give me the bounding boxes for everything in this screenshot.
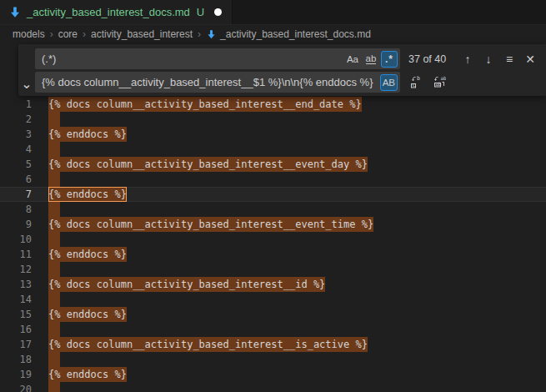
line-number: 7	[0, 187, 32, 202]
find-match-highlight	[48, 262, 60, 277]
editor-line[interactable]: 1{% docs column__activity_based_interest…	[0, 97, 546, 112]
breadcrumb-separator-icon: ›	[198, 28, 201, 40]
selection-icon: ≡	[506, 53, 513, 66]
line-number: 14	[0, 292, 32, 307]
find-input-box: Aa ab .*	[35, 48, 400, 69]
code-line-content	[32, 382, 60, 392]
code-line-content: {% enddocs %}	[32, 367, 127, 382]
breadcrumb-item-core[interactable]: core	[58, 28, 78, 40]
markdown-icon	[8, 6, 22, 19]
toggle-replace-button[interactable]: ⌄	[18, 44, 35, 96]
find-options: Aa ab .*	[344, 51, 398, 68]
editor-line[interactable]: 18	[0, 352, 546, 367]
code-line-content	[32, 142, 60, 157]
line-number: 18	[0, 352, 32, 367]
replace-button[interactable]: b c	[408, 74, 424, 91]
line-number: 13	[0, 277, 32, 292]
editor-line[interactable]: 17{% docs column__activity_based_interes…	[0, 337, 546, 352]
find-match-highlight: {% enddocs %}	[48, 127, 127, 142]
code-line-content: {% enddocs %}	[32, 187, 127, 202]
code-line-content	[32, 262, 60, 277]
editor-line[interactable]: 20	[0, 382, 546, 392]
svg-text:b: b	[417, 76, 420, 82]
tab-filename: _activity_based_interest_docs.md	[27, 6, 190, 18]
find-match-highlight: {% enddocs %}	[48, 247, 127, 262]
regex-toggle[interactable]: .*	[381, 51, 398, 68]
find-match-highlight: {% docs column__activity_based_interest_…	[48, 337, 368, 352]
find-match-highlight	[48, 292, 60, 307]
preserve-case-toggle[interactable]: AB	[380, 74, 398, 91]
replace-row: AB b c	[35, 72, 539, 93]
find-match-highlight: {% enddocs %}	[48, 367, 127, 382]
find-row: Aa ab .* 37 of 40 ↑ ↓	[35, 48, 539, 69]
editor-line[interactable]: 3{% enddocs %}	[0, 127, 546, 142]
find-match-highlight	[48, 352, 60, 367]
line-number: 16	[0, 322, 32, 337]
line-number: 6	[0, 172, 32, 187]
breadcrumb: models › core › activity_based_interest …	[0, 25, 546, 43]
editor-line[interactable]: 5{% docs column__activity_based_interest…	[0, 157, 546, 172]
find-in-selection-button[interactable]: ≡	[500, 50, 518, 68]
code-line-content	[32, 322, 60, 337]
previous-match-button[interactable]: ↑	[458, 50, 477, 68]
editor-line[interactable]: 6	[0, 172, 546, 187]
line-number: 12	[0, 262, 32, 277]
match-case-toggle[interactable]: Aa	[344, 51, 361, 68]
code-line-content: {% enddocs %}	[32, 247, 127, 262]
modified-indicator-dot[interactable]	[214, 8, 222, 16]
find-match-highlight	[48, 382, 60, 392]
editor-line[interactable]: 10	[0, 232, 546, 247]
line-number: 8	[0, 202, 32, 217]
breadcrumb-item-models[interactable]: models	[13, 28, 45, 40]
editor-line[interactable]: 19{% enddocs %}	[0, 367, 546, 382]
code-line-content	[32, 202, 60, 217]
editor-line[interactable]: 8	[0, 202, 546, 217]
code-line-content: {% docs column__activity_based_interest_…	[32, 337, 368, 352]
tab-bar: _activity_based_interest_docs.md U	[0, 0, 546, 25]
editor-line[interactable]: 2	[0, 112, 546, 127]
code-line-content	[32, 112, 60, 127]
line-number: 11	[0, 247, 32, 262]
find-input[interactable]	[35, 48, 344, 69]
editor-line[interactable]: 4	[0, 142, 546, 157]
code-line-content: {% docs column__activity_based_interest_…	[32, 97, 362, 112]
arrow-down-icon: ↓	[486, 53, 492, 66]
current-find-match: {% enddocs %}	[48, 187, 127, 202]
code-line-content	[32, 292, 60, 307]
find-match-highlight: {% enddocs %}	[48, 307, 127, 322]
svg-text:ab: ab	[435, 81, 442, 87]
replace-all-button[interactable]: ab ab	[431, 74, 448, 91]
line-number: 15	[0, 307, 32, 322]
replace-input-box: AB	[35, 72, 400, 93]
editor-lines: 1{% docs column__activity_based_interest…	[0, 97, 546, 392]
editor-line[interactable]: 16	[0, 322, 546, 337]
breadcrumb-item-file[interactable]: _activity_based_interest_docs.md	[206, 28, 371, 40]
tab-activity-based-interest-docs[interactable]: _activity_based_interest_docs.md U	[0, 0, 233, 24]
editor-line[interactable]: 13{% docs column__activity_based_interes…	[0, 277, 546, 292]
editor-line[interactable]: 15{% enddocs %}	[0, 307, 546, 322]
line-number: 3	[0, 127, 32, 142]
code-line-content: {% enddocs %}	[32, 127, 127, 142]
editor-line[interactable]: 14	[0, 292, 546, 307]
find-match-highlight	[48, 232, 60, 247]
editor-line[interactable]: 9{% docs column__activity_based_interest…	[0, 217, 546, 232]
code-line-content	[32, 172, 60, 187]
editor-line[interactable]: 7{% enddocs %}	[0, 187, 546, 202]
whole-word-toggle[interactable]: ab	[363, 51, 379, 68]
line-number: 5	[0, 157, 32, 172]
replace-input[interactable]	[35, 72, 380, 93]
replace-all-icon: ab ab	[433, 76, 446, 89]
line-number: 2	[0, 112, 32, 127]
find-match-highlight	[48, 322, 60, 337]
line-number: 17	[0, 337, 32, 352]
find-match-highlight: {% docs column__activity_based_interest_…	[48, 157, 368, 172]
next-match-button[interactable]: ↓	[479, 50, 498, 68]
close-find-widget-button[interactable]: ✕	[521, 50, 539, 68]
code-line-content: {% docs column__activity_based_interest_…	[32, 217, 373, 232]
editor-line[interactable]: 11{% enddocs %}	[0, 247, 546, 262]
editor-line[interactable]: 12	[0, 262, 546, 277]
arrow-up-icon: ↑	[465, 53, 471, 66]
find-match-highlight	[48, 202, 60, 217]
git-status-badge: U	[197, 6, 204, 18]
breadcrumb-item-activity-based-interest[interactable]: activity_based_interest	[91, 28, 193, 40]
